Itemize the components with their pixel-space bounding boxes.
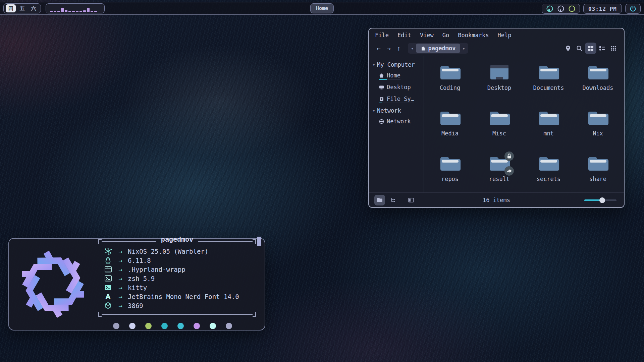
folder-label: result xyxy=(489,176,509,182)
fetch-value: kitty xyxy=(128,284,147,291)
folder-item-result[interactable]: result xyxy=(475,150,524,196)
icon-view-button[interactable] xyxy=(585,43,596,54)
desktop-icon xyxy=(489,64,510,81)
menu-edit[interactable]: Edit xyxy=(397,32,411,39)
folder-item-repos[interactable]: repos xyxy=(425,150,475,196)
zoom-slider-knob[interactable] xyxy=(599,197,605,203)
folder-item-misc[interactable]: Misc xyxy=(475,105,524,150)
palette-dot xyxy=(113,323,119,329)
folder-label: Documents xyxy=(533,84,564,91)
color-palette xyxy=(113,323,256,329)
folder-icon xyxy=(489,110,510,127)
fetch-value: JetBrains Mono Nerd Font 14.0 xyxy=(128,293,239,300)
zoom-slider[interactable] xyxy=(584,197,616,203)
sidebar-item-filesystem[interactable]: File Sy… xyxy=(379,96,414,103)
list-view-button[interactable] xyxy=(596,43,608,54)
arrow-icon: → xyxy=(113,275,128,282)
fetch-line-wm: → .Hyprland-wrapp xyxy=(103,265,256,274)
folder-icon xyxy=(587,64,609,81)
up-button[interactable]: ↑ xyxy=(394,45,404,52)
menu-view[interactable]: View xyxy=(420,32,434,39)
window-manager-icon xyxy=(103,266,113,273)
menu-file[interactable]: File xyxy=(375,32,389,39)
menu-help[interactable]: Help xyxy=(497,32,511,39)
palette-dot xyxy=(210,323,216,329)
sidebar-item-desktop[interactable]: Desktop xyxy=(379,84,411,92)
sidebar-item-network[interactable]: Network xyxy=(379,118,411,126)
path-bar: ◂ pagedmov ▸ xyxy=(408,43,468,54)
workspace-item-2[interactable]: 五 xyxy=(17,4,27,12)
menu-bookmarks[interactable]: Bookmarks xyxy=(458,32,489,39)
search-button[interactable] xyxy=(574,43,585,54)
fetch-line-terminal: → kitty xyxy=(103,283,256,292)
home-icon xyxy=(421,46,426,51)
fetch-line-kernel: → 6.11.8 xyxy=(103,256,256,265)
folder-label: share xyxy=(589,176,606,182)
clock-label: 03:12 PM xyxy=(588,6,617,12)
system-indicators xyxy=(542,4,580,14)
sidebar-item-home[interactable]: Home xyxy=(379,72,400,80)
folder-item-media[interactable]: Media xyxy=(425,105,475,150)
sidebar-section-label: Network xyxy=(377,107,401,114)
power-button[interactable] xyxy=(625,4,641,14)
path-label: pagedmov xyxy=(428,45,456,52)
search-icon xyxy=(576,45,583,52)
fetch-lines: → NixOS 25.05 (Warbler) → 6.11.8 → .Hypr… xyxy=(103,247,256,310)
toggle-sidepane-button[interactable] xyxy=(406,195,416,205)
tree-view-icon xyxy=(390,197,396,203)
arrow-icon: → xyxy=(113,248,128,255)
memory-usage-indicator xyxy=(557,5,565,12)
folder-label: repos xyxy=(441,176,459,182)
places-pane-button[interactable] xyxy=(374,195,385,205)
folder-icon xyxy=(439,110,461,127)
visualizer-bar xyxy=(94,11,97,12)
folder-item-downloads[interactable]: Downloads xyxy=(573,59,623,105)
folder-item-share[interactable]: share xyxy=(573,150,623,196)
folder-label: Media xyxy=(441,130,459,137)
folder-item-mnt[interactable]: mnt xyxy=(524,105,573,150)
path-scroll-left-button[interactable]: ◂ xyxy=(409,46,416,51)
lock-emblem-icon xyxy=(504,151,514,161)
visualizer-bar xyxy=(76,11,78,12)
nixos-logo xyxy=(17,248,89,320)
menu-go[interactable]: Go xyxy=(442,32,449,39)
disk-usage-indicator xyxy=(546,5,553,12)
collapse-triangle-icon: ▾ xyxy=(373,109,375,113)
workspace-item-3[interactable]: 六 xyxy=(29,4,39,12)
tree-pane-button[interactable] xyxy=(388,195,398,205)
workspace-item-1[interactable]: 四 xyxy=(6,4,16,12)
visualizer-bar xyxy=(68,11,71,12)
file-manager-menubar: File Edit View Go Bookmarks Help xyxy=(369,28,624,41)
folder-item-coding[interactable]: Coding xyxy=(425,59,475,105)
path-scroll-right-button[interactable]: ▸ xyxy=(460,46,468,51)
folder-item-nix[interactable]: Nix xyxy=(573,105,623,150)
location-pin-icon xyxy=(565,45,571,52)
fetch-value: zsh 5.9 xyxy=(128,275,155,282)
arrow-icon: → xyxy=(113,284,128,291)
palette-dot xyxy=(145,323,152,329)
sidebar-item-label: Home xyxy=(387,72,400,79)
visualizer-bar xyxy=(79,11,82,12)
fetch-line-packages: → 3869 xyxy=(103,301,256,310)
palette-dot xyxy=(226,323,232,329)
forward-button[interactable]: → xyxy=(384,45,394,52)
folder-item-desktop[interactable]: Desktop xyxy=(475,59,524,105)
arrow-icon: → xyxy=(113,302,128,309)
compact-view-button[interactable] xyxy=(608,43,619,54)
audio-visualizer xyxy=(46,3,105,13)
folder-item-secrets[interactable]: secrets xyxy=(524,150,573,196)
folder-item-documents[interactable]: Documents xyxy=(524,59,573,105)
workspace-label: 六 xyxy=(31,5,36,12)
globe-icon xyxy=(379,119,384,124)
back-button[interactable]: ← xyxy=(374,45,384,52)
sidebar-section-my-computer[interactable]: ▾ My Computer xyxy=(373,61,421,68)
visualizer-bar xyxy=(83,10,86,12)
cpu-usage-indicator xyxy=(568,5,576,12)
palette-dot xyxy=(129,323,136,329)
sidebar-section-network[interactable]: ▾ Network xyxy=(373,107,421,114)
location-button[interactable] xyxy=(562,43,574,54)
fetch-value: .Hyprland-wrapp xyxy=(128,266,185,273)
path-tab-home[interactable]: pagedmov xyxy=(416,44,461,53)
terminal-icon xyxy=(103,285,113,291)
item-count-label: 16 items xyxy=(483,197,510,203)
